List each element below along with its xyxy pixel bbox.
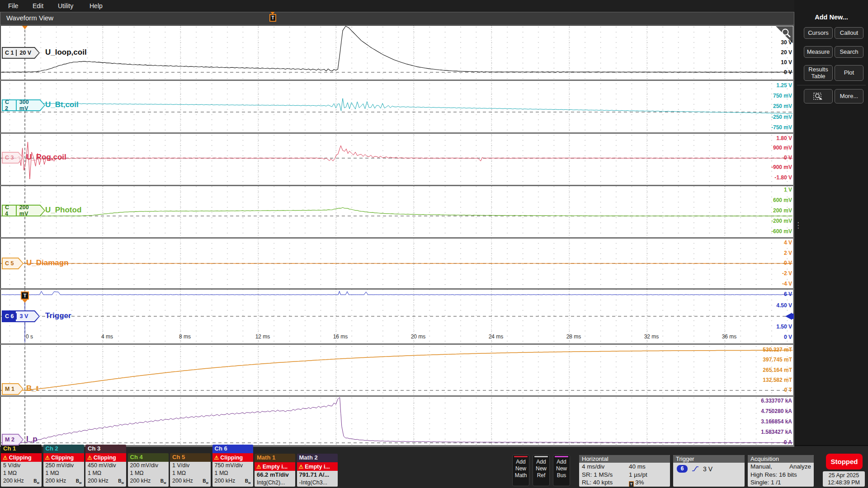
search-button[interactable]: Search (835, 46, 863, 58)
horizontal-cell: T3% (629, 479, 667, 487)
footer-badge-title: Ch 2 (43, 445, 84, 453)
menu-item-help[interactable]: Help (90, 0, 103, 12)
bandwidth-icon: Bw (76, 477, 82, 487)
footer-badge-row: 1 MΩ (128, 469, 169, 477)
footer-badge-title: Ch 3 (85, 445, 126, 453)
channel-badge-c4[interactable]: C 4200 mV (2, 205, 45, 216)
menu-item-utility[interactable]: Utility (58, 0, 73, 12)
footer-badge-ch1[interactable]: Ch 1⚠Clipping5 V/div1 MΩ200 kHzBw (1, 445, 42, 487)
add-new-math-button[interactable]: AddNewMath (512, 455, 529, 486)
time-axis-label: 24 ms (489, 333, 504, 340)
horizontal-row: RL: 40 kptsT3% (579, 479, 670, 487)
trigger-source-triangle-icon (22, 300, 28, 303)
overview-trigger-marker-icon[interactable]: T (269, 14, 276, 22)
run-stop-button[interactable]: Stopped (826, 454, 863, 469)
axis-label: -600 mV (733, 228, 792, 235)
add-new-ref-button[interactable]: AddNewRef (533, 455, 550, 486)
add-new-bus-button[interactable]: AddNewBus (553, 455, 570, 486)
button-word: Ref (533, 472, 549, 479)
footer-badge-row: 1 MΩ (170, 469, 211, 477)
channel-label-b-t[interactable]: B_t (26, 384, 38, 393)
warning-icon: ⚠ (299, 464, 304, 470)
axis-label: 200 mV (733, 207, 792, 214)
menu-bar: FileEditUtilityHelp (0, 0, 868, 12)
footer-badge-row: 200 kHzBw (128, 477, 169, 487)
acquisition-cell: Manual, (750, 463, 789, 471)
plot-button[interactable]: Plot (835, 65, 863, 81)
footer-badge-row: 200 mV/div (128, 462, 169, 469)
footer-badge-row-text: 200 kHz (130, 477, 151, 487)
footer-badge-row-text: 1 MΩ (3, 469, 17, 477)
axis-label: 1.50 V (733, 324, 792, 330)
bandwidth-icon: Bw (160, 477, 166, 487)
footer-badge-row-text: 1 MΩ (88, 469, 101, 477)
waveform-view-titlebar (0, 12, 794, 25)
button-word: New (553, 465, 570, 472)
channel-badge-id: M 1 (2, 383, 17, 395)
cursors-button[interactable]: Cursors (804, 27, 833, 39)
trigger-source-marker-icon[interactable]: T (21, 291, 29, 300)
oscilloscope-app: FileEditUtilityHelp Tektronix Waveform V… (0, 0, 868, 488)
menu-item-file[interactable]: File (8, 0, 19, 12)
time-axis-label: 4 ms (101, 333, 113, 340)
footer-badge-math1[interactable]: Math 1⚠Empty i...66.2 mT/divIntg(Ch2)... (255, 454, 295, 487)
axis-label: 6 V (733, 291, 792, 297)
acquisition-panel[interactable]: AcquisitionManual,AnalyzeHigh Res: 16 bi… (748, 455, 814, 487)
footer-badge-ch3[interactable]: Ch 3⚠Clipping450 mV/div1 MΩ200 kHzBw (85, 445, 126, 487)
horizontal-panel[interactable]: Horizontal4 ms/div40 msSR: 1 MS/s1 µs/pt… (579, 455, 670, 487)
results-table-button[interactable]: Results Table (804, 65, 833, 81)
panel-splitter-handle[interactable]: ⋮ (794, 223, 798, 227)
footer-badge-row-text: 200 kHz (172, 477, 193, 487)
callout-button[interactable]: Callout (835, 27, 863, 39)
alert-text: Clipping (94, 455, 116, 461)
channel-label-i-p[interactable]: I_p (26, 435, 38, 444)
channel-label-u-loop-coil[interactable]: U_loop,coil (45, 48, 87, 57)
alert-text: Clipping (9, 455, 32, 461)
horizontal-cell: SR: 1 MS/s (582, 471, 629, 479)
axis-label: 0 A (733, 439, 792, 446)
footer-badge-row: 1 MΩ (1, 469, 42, 477)
channel-label-u-rog-coil[interactable]: U_Rog,coil (26, 153, 66, 162)
axis-label: 1 V (733, 187, 792, 193)
acquisition-cell: Single: 1 /1 (750, 479, 811, 487)
channel-badge-c1[interactable]: C 120 V (2, 47, 40, 59)
channel-badge-id: C 6 (2, 310, 16, 322)
footer-badge-title: Math 1 (255, 454, 295, 462)
menu-item-edit[interactable]: Edit (33, 0, 43, 12)
footer-badge-title: Math 2 (297, 454, 338, 462)
footer-badge-row-text: 200 kHz (215, 477, 236, 487)
trigger-panel[interactable]: Trigger63 V (673, 455, 745, 487)
footer-badge-alert: ⚠Empty i... (255, 462, 295, 471)
more-button[interactable]: More... (835, 89, 863, 103)
channel-label-u-bt-coil[interactable]: U_Bt,coil (45, 100, 79, 109)
acquisition-cell: Analyze (789, 463, 811, 471)
time-axis-label: 20 ms (411, 333, 426, 340)
horizontal-panel-title: Horizontal (579, 455, 670, 463)
axis-label: 397.745 mT (733, 357, 792, 363)
button-word: Bus (553, 472, 570, 479)
acquisition-cell: High Res: 16 bits (750, 471, 811, 479)
trigger-panel-title: Trigger (673, 455, 745, 463)
footer-badge-ch4[interactable]: Ch 4200 mV/div1 MΩ200 kHzBw (128, 453, 169, 487)
channel-badge-c6[interactable]: C 63 V (2, 310, 40, 322)
footer-badge-ch5[interactable]: Ch 51 V/div1 MΩ200 kHzBw (170, 453, 211, 487)
zoom-select-button[interactable] (804, 89, 833, 103)
channel-badge-c2[interactable]: C 2300 mV (2, 99, 45, 111)
axis-label: 265.164 mT (733, 367, 792, 373)
channel-label-u-photod[interactable]: U_Photod (45, 206, 81, 215)
channel-label-trigger[interactable]: Trigger (45, 311, 71, 320)
horizontal-cell: 40 ms (629, 463, 667, 471)
footer-badge-row: 250 mV/div (43, 462, 84, 469)
measure-button[interactable]: Measure (804, 46, 833, 58)
bandwidth-icon: Bw (33, 477, 39, 487)
axis-label: 132.582 mT (733, 377, 792, 383)
channel-label-u-diamagn[interactable]: U_Diamagn (26, 258, 69, 267)
footer-badge-row: 5 V/div (1, 462, 42, 469)
footer-badge-row-text: 5 V/div (3, 462, 20, 469)
acquisition-row: High Res: 16 bits (748, 471, 814, 479)
footer-badge-math2[interactable]: Math 2⚠Empty i...791.71 A/...-Intg(Ch3..… (297, 454, 338, 487)
footer-badge-row-text: 450 mV/div (88, 462, 116, 469)
footer-badge-ch2[interactable]: Ch 2⚠Clipping250 mV/div1 MΩ200 kHzBw (43, 445, 84, 487)
footer-badge-ch6[interactable]: Ch 6⚠Clipping750 mV/div1 MΩ200 kHzBw (212, 445, 253, 487)
axis-label: 1.80 V (733, 135, 792, 141)
